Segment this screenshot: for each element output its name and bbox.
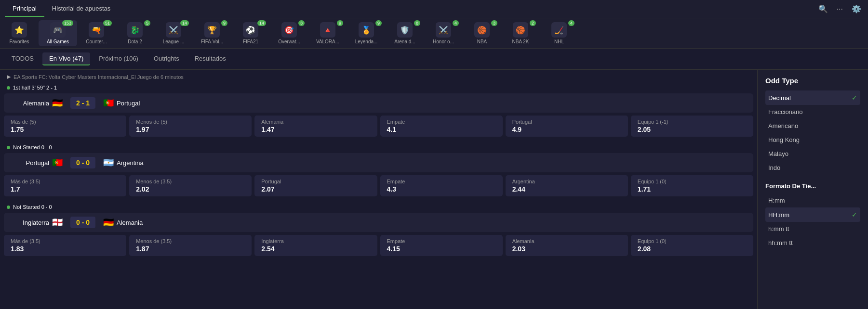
game-item-league[interactable]: 14⚔️League ... xyxy=(154,20,193,46)
odd-label-match2-3: Empate xyxy=(387,179,496,184)
odd-label-match2-2: Portugal xyxy=(261,179,370,184)
odd-option-fraccionario[interactable]: Fraccionario xyxy=(765,105,860,119)
game-item-counter[interactable]: 51🔫Counter... xyxy=(77,20,116,46)
odd-box-match1-1[interactable]: Menos de (5)1.97 xyxy=(129,116,252,137)
odd-option-malayo[interactable]: Malayo xyxy=(765,147,860,161)
odd-option-hongkong[interactable]: Hong Kong xyxy=(765,133,860,147)
team1-flag-match3: 🏴󠁧󠁢󠁥󠁮󠁧󠁿 xyxy=(52,217,63,228)
game-item-all-games[interactable]: 153🎮All Games xyxy=(39,20,77,46)
filter-tab-outrights[interactable]: Outrights xyxy=(147,52,186,65)
odd-box-match3-2[interactable]: Inglaterra2.54 xyxy=(254,235,377,256)
right-panel: Odd Type Decimal✓FraccionarioAmericanoHo… xyxy=(757,70,868,309)
game-label-leyenda: Leyenda... xyxy=(355,39,378,44)
status-text-match1: 1st half 3' 59" 2 - 1 xyxy=(13,85,57,90)
odd-value-match1-1: 1.97 xyxy=(136,126,245,133)
odd-label-match3-2: Inglaterra xyxy=(261,238,370,244)
game-item-arena[interactable]: 8🛡️Arena d... xyxy=(386,20,424,46)
odd-value-match3-4: 2.03 xyxy=(512,245,621,253)
game-icon-fifavol: 🏆 xyxy=(204,22,220,38)
tab-historial[interactable]: Historial de apuestas xyxy=(44,1,118,17)
status-text-match3: Not Started 0 - 0 xyxy=(13,204,52,210)
top-nav: Principal Historial de apuestas 🔍 ··· ⚙️ xyxy=(0,0,868,18)
game-item-favorites[interactable]: ⭐Favorites xyxy=(0,20,39,46)
content-area: ▶ EA Sports FC: Volta Cyber Masters Inte… xyxy=(0,70,757,309)
odd-value-match3-5: 2.08 xyxy=(638,245,747,253)
odd-box-match1-5[interactable]: Equipo 1 (-1)2.05 xyxy=(631,116,753,137)
tab-principal[interactable]: Principal xyxy=(5,1,44,17)
odd-option-indo[interactable]: Indo xyxy=(765,161,860,175)
settings-icon[interactable]: ⚙️ xyxy=(850,2,863,15)
event-banner-text: EA Sports FC: Volta Cyber Masters Intern… xyxy=(13,74,184,80)
filter-tab-todos[interactable]: TODOS xyxy=(5,52,40,65)
odd-box-match1-2[interactable]: Alemania1.47 xyxy=(254,116,377,137)
game-item-nba2k[interactable]: 2🏀NBA 2K xyxy=(501,20,540,46)
game-item-dota2[interactable]: 5🐉Dota 2 xyxy=(116,20,154,46)
game-badge-league: 14 xyxy=(180,20,189,26)
search-icon[interactable]: 🔍 xyxy=(816,2,830,15)
odd-value-match1-5: 2.05 xyxy=(638,126,747,133)
odd-value-match1-2: 1.47 xyxy=(261,126,370,133)
odd-box-match3-5[interactable]: Equipo 1 (0)2.08 xyxy=(631,235,753,256)
odd-option-label-malayo: Malayo xyxy=(768,150,788,157)
game-icon-leyenda: 🏅 xyxy=(359,22,374,38)
odd-box-match1-3[interactable]: Empate4.1 xyxy=(380,116,503,137)
game-item-leyenda[interactable]: 9🏅Leyenda... xyxy=(347,20,386,46)
game-item-valorant[interactable]: 9🔺VALORA... xyxy=(308,20,347,46)
odd-option-label-hongkong: Hong Kong xyxy=(768,136,800,143)
top-nav-icons: 🔍 ··· ⚙️ xyxy=(816,2,863,15)
game-item-overwatch[interactable]: 3🎯Overwat... xyxy=(270,20,308,46)
odd-value-match2-1: 2.02 xyxy=(136,185,245,193)
odd-box-match2-5[interactable]: Equipo 1 (0)1.71 xyxy=(631,175,753,196)
odd-option-decimal[interactable]: Decimal✓ xyxy=(765,90,860,105)
game-badge-nba: 3 xyxy=(491,20,497,26)
odd-box-match2-3[interactable]: Empate4.3 xyxy=(380,175,503,196)
odd-value-match2-4: 2.44 xyxy=(512,185,621,193)
odd-box-match3-0[interactable]: Más de (3.5)1.83 xyxy=(4,235,126,256)
odd-value-match3-0: 1.83 xyxy=(11,245,120,253)
odd-box-match3-1[interactable]: Menos de (3.5)1.87 xyxy=(129,235,252,256)
team1-name-match3: Inglaterra xyxy=(11,219,49,226)
odd-value-match3-2: 2.54 xyxy=(261,245,370,253)
game-icon-fifa21: ⚽ xyxy=(243,22,258,38)
odd-box-match3-3[interactable]: Empate4.15 xyxy=(380,235,503,256)
matches-container: 1st half 3' 59" 2 - 1Alemania🇩🇪2 - 1🇵🇹Po… xyxy=(0,82,757,261)
odd-box-match1-0[interactable]: Más de (5)1.75 xyxy=(4,116,126,137)
odd-box-match2-0[interactable]: Más de (3.5)1.7 xyxy=(4,175,126,196)
odd-type-title: Odd Type xyxy=(765,77,860,85)
format-option-hmmtt[interactable]: h:mm tt xyxy=(765,222,860,236)
team2-name-match3: Alemania xyxy=(117,219,155,226)
game-item-fifa21[interactable]: 14⚽FIFA21 xyxy=(231,20,270,46)
game-label-league: League ... xyxy=(163,39,184,44)
format-option-label-hmm: H:mm xyxy=(768,197,785,204)
format-option-hhmm[interactable]: HH:mm✓ xyxy=(765,207,860,222)
odd-box-match2-4[interactable]: Argentina2.44 xyxy=(506,175,628,196)
status-dot-match2 xyxy=(7,146,10,149)
filter-tab-envivo[interactable]: En Vivo (47) xyxy=(42,52,90,65)
game-item-nhl[interactable]: 4🏒NHL xyxy=(540,20,578,46)
game-item-fifavol[interactable]: 9🏆FIFA.Vol... xyxy=(193,20,231,46)
odd-label-match2-0: Más de (3.5) xyxy=(11,179,120,184)
format-option-hhmmtt[interactable]: hh:mm tt xyxy=(765,236,860,250)
odd-box-match2-2[interactable]: Portugal2.07 xyxy=(254,175,377,196)
game-label-overwatch: Overwat... xyxy=(278,39,300,44)
odd-label-match1-0: Más de (5) xyxy=(11,119,120,125)
odd-box-match1-4[interactable]: Portugal4.9 xyxy=(506,116,628,137)
filter-tab-resultados[interactable]: Resultados xyxy=(188,52,233,65)
filter-tab-proximo[interactable]: Próximo (106) xyxy=(92,52,145,65)
game-icon-favorites: ⭐ xyxy=(12,22,27,38)
odd-option-americano[interactable]: Americano xyxy=(765,119,860,133)
game-label-valorant: VALORA... xyxy=(316,39,339,44)
game-item-nba[interactable]: 3🏀NBA xyxy=(463,20,501,46)
odd-box-match2-1[interactable]: Menos de (3.5)2.02 xyxy=(129,175,252,196)
game-item-honor[interactable]: 4⚔️Honor o... xyxy=(424,20,463,46)
event-header-bar: ▶ EA Sports FC: Volta Cyber Masters Inte… xyxy=(0,72,757,82)
odd-box-match3-4[interactable]: Alemania2.03 xyxy=(506,235,628,256)
game-badge-overwatch: 3 xyxy=(298,20,305,26)
odd-option-label-indo: Indo xyxy=(768,164,780,171)
match-row-match3: Inglaterra🏴󠁧󠁢󠁥󠁮󠁧󠁿0 - 0🇩🇪Alemania xyxy=(4,213,753,232)
odd-label-match3-0: Más de (3.5) xyxy=(11,238,120,244)
format-option-hmm[interactable]: H:mm xyxy=(765,193,860,207)
more-icon[interactable]: ··· xyxy=(835,3,845,15)
team2-name-match1: Portugal xyxy=(117,100,155,107)
odd-value-match2-0: 1.7 xyxy=(11,185,120,193)
